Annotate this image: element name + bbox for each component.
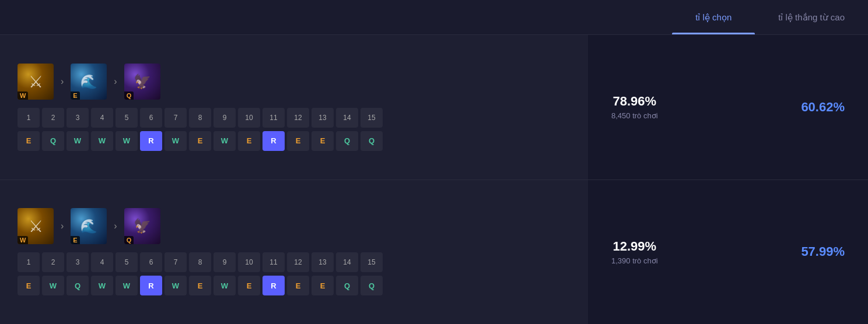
champ-icon-e-1: E xyxy=(71,64,107,100)
level-8: 8 xyxy=(189,108,211,128)
champion-icons-1: W › E › Q xyxy=(18,64,383,100)
skill-1-14: Q xyxy=(336,131,358,151)
arrow-2a: › xyxy=(61,221,64,231)
champ-badge-e-2: E xyxy=(71,236,79,244)
win-rate-section-2: 57.99% xyxy=(801,244,845,259)
skill-1-15: Q xyxy=(360,131,383,151)
build-row-1: W › E › Q 1 2 3 4 xyxy=(0,35,588,180)
skill-2-10: E xyxy=(238,276,260,295)
level-14: 14 xyxy=(336,108,358,128)
level-9: 9 xyxy=(214,108,236,128)
win-rate-section-1: 60.62% xyxy=(801,100,845,115)
skill-1-2: Q xyxy=(42,131,64,151)
arrow-1a: › xyxy=(61,76,64,87)
skill-1-4: W xyxy=(91,131,113,151)
level2-1: 1 xyxy=(18,252,40,272)
level2-13: 13 xyxy=(312,252,334,272)
skill-2-14: Q xyxy=(336,276,358,295)
skill-row-2: E W Q W W R W E W E R E E Q Q xyxy=(18,276,383,295)
skill-1-12: E xyxy=(287,131,309,151)
level-4: 4 xyxy=(91,108,113,128)
skill-1-9: W xyxy=(214,131,236,151)
skill-table-2: 1 2 3 4 5 6 7 8 9 10 11 12 13 14 xyxy=(18,252,383,295)
skill-1-6: R xyxy=(140,131,162,151)
skill-2-12: E xyxy=(287,276,309,295)
skill-1-11: R xyxy=(262,131,285,151)
skill-1-10: E xyxy=(238,131,260,151)
skill-2-8: E xyxy=(189,276,211,295)
level-11: 11 xyxy=(262,108,285,128)
level-2: 2 xyxy=(42,108,64,128)
skill-1-5: W xyxy=(116,131,138,151)
level-row-2: 1 2 3 4 5 6 7 8 9 10 11 12 13 14 xyxy=(18,252,383,272)
level2-5: 5 xyxy=(116,252,138,272)
level-12: 12 xyxy=(287,108,309,128)
pick-rate-section-1: 78.96% 8,450 trò chơi xyxy=(611,94,658,120)
left-panel: W › E › Q 1 2 3 4 xyxy=(0,35,588,324)
level2-12: 12 xyxy=(287,252,309,272)
champ-icon-w-2: W xyxy=(18,208,54,244)
level-5: 5 xyxy=(116,108,138,128)
skill-1-3: W xyxy=(66,131,89,151)
right-row-2: 12.99% 1,390 trò chơi 57.99% xyxy=(588,180,868,325)
skill-1-13: E xyxy=(312,131,334,151)
champ-icon-q-2: Q xyxy=(124,208,160,244)
level2-14: 14 xyxy=(336,252,358,272)
level2-15: 15 xyxy=(360,252,383,272)
skill-2-1: E xyxy=(18,276,40,295)
level2-11: 11 xyxy=(262,252,285,272)
level2-6: 6 xyxy=(140,252,162,272)
level-row-1: 1 2 3 4 5 6 7 8 9 10 11 12 13 14 xyxy=(18,108,383,128)
skill-1-7: W xyxy=(164,131,187,151)
tab-ti-le-thang[interactable]: tỉ lệ thắng từ cao xyxy=(755,0,868,34)
skill-2-4: W xyxy=(91,276,113,295)
level2-7: 7 xyxy=(164,252,187,272)
champ-icon-w-1: W xyxy=(18,64,54,100)
level-1: 1 xyxy=(18,108,40,128)
champ-badge-w-1: W xyxy=(18,91,28,100)
win-rate-pct-2: 57.99% xyxy=(801,244,845,259)
level-3: 3 xyxy=(66,108,89,128)
level2-3: 3 xyxy=(66,252,89,272)
champ-badge-w-2: W xyxy=(18,236,28,244)
pick-rate-pct-2: 12.99% xyxy=(611,239,658,254)
build-row-2: W › E › Q 1 2 3 4 xyxy=(0,180,588,325)
skill-order-2: W › E › Q 1 2 3 4 xyxy=(18,208,383,295)
skill-2-9: W xyxy=(214,276,236,295)
pick-rate-games-1: 8,450 trò chơi xyxy=(611,111,658,120)
pick-rate-pct-1: 78.96% xyxy=(611,94,658,109)
champ-badge-q-2: Q xyxy=(124,236,134,244)
skill-2-7: W xyxy=(164,276,187,295)
arrow-1b: › xyxy=(114,76,117,87)
main-content: W › E › Q 1 2 3 4 xyxy=(0,35,868,324)
champion-icons-2: W › E › Q xyxy=(18,208,383,244)
level2-9: 9 xyxy=(214,252,236,272)
level-7: 7 xyxy=(164,108,187,128)
tab-ti-le-chon[interactable]: tỉ lệ chọn xyxy=(672,0,755,34)
champ-icon-q-1: Q xyxy=(124,64,160,100)
win-rate-pct-1: 60.62% xyxy=(801,100,845,115)
skill-row-1: E Q W W W R W E W E R E E Q Q xyxy=(18,131,383,151)
level-10: 10 xyxy=(238,108,260,128)
level2-2: 2 xyxy=(42,252,64,272)
skill-order-1: W › E › Q 1 2 3 4 xyxy=(18,64,383,151)
right-panel: 78.96% 8,450 trò chơi 60.62% 12.99% 1,39… xyxy=(588,35,868,324)
level2-8: 8 xyxy=(189,252,211,272)
skill-2-13: E xyxy=(312,276,334,295)
champ-badge-e-1: E xyxy=(71,91,79,100)
skill-2-11: R xyxy=(262,276,285,295)
level-15: 15 xyxy=(360,108,383,128)
pick-rate-games-2: 1,390 trò chơi xyxy=(611,256,658,265)
skill-1-8: E xyxy=(189,131,211,151)
skill-1-1: E xyxy=(18,131,40,151)
champ-icon-e-2: E xyxy=(71,208,107,244)
pick-rate-section-2: 12.99% 1,390 trò chơi xyxy=(611,239,658,265)
level2-10: 10 xyxy=(238,252,260,272)
champ-badge-q-1: Q xyxy=(124,91,134,100)
arrow-2b: › xyxy=(114,221,117,231)
skill-2-3: Q xyxy=(66,276,89,295)
skill-2-6: R xyxy=(140,276,162,295)
level-13: 13 xyxy=(312,108,334,128)
level-6: 6 xyxy=(140,108,162,128)
skill-2-15: Q xyxy=(360,276,383,295)
